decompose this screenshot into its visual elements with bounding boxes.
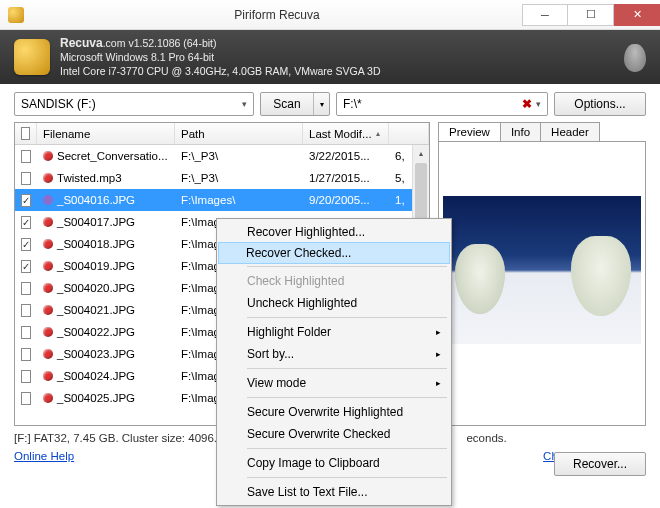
filename-cell: _S004023.JPG	[57, 348, 135, 360]
table-row[interactable]: ✓_S004016.JPGF:\Images\9/20/2005...1,	[15, 189, 429, 211]
row-checkbox[interactable]	[21, 150, 31, 163]
online-help-link[interactable]: Online Help	[14, 450, 74, 462]
minimize-button[interactable]: ─	[522, 4, 568, 26]
scroll-up-icon[interactable]: ▴	[413, 145, 429, 162]
droplet-icon	[624, 44, 646, 72]
path-cell: F:\Images\	[175, 194, 303, 206]
row-checkbox[interactable]	[21, 392, 31, 405]
maximize-button[interactable]: ☐	[568, 4, 614, 26]
status-dot-icon	[43, 371, 53, 381]
row-checkbox[interactable]: ✓	[21, 216, 31, 229]
drive-select[interactable]: SANDISK (F:) ▾	[14, 92, 254, 116]
row-checkbox[interactable]	[21, 370, 31, 383]
status-dot-icon	[43, 349, 53, 359]
row-checkbox[interactable]	[21, 304, 31, 317]
status-dot-icon	[43, 173, 53, 183]
filename-cell: _S004024.JPG	[57, 370, 135, 382]
submenu-arrow-icon: ▸	[436, 349, 441, 359]
modified-cell: 1/27/2015...	[303, 172, 389, 184]
recuva-logo-icon	[14, 39, 50, 75]
toolbar: SANDISK (F:) ▾ Scan ▾ F:\* ✖ ▾ Options..…	[0, 84, 660, 122]
row-checkbox[interactable]	[21, 348, 31, 361]
submenu-arrow-icon: ▸	[436, 327, 441, 337]
row-checkbox[interactable]	[21, 172, 31, 185]
path-filter-input[interactable]: F:\* ✖ ▾	[336, 92, 548, 116]
column-modified[interactable]: Last Modif...▴	[303, 123, 389, 144]
drive-value: SANDISK (F:)	[21, 97, 96, 111]
chevron-down-icon: ▾	[242, 99, 247, 109]
tab-preview[interactable]: Preview	[438, 122, 501, 141]
titlebar: Piriform Recuva ─ ☐ ✕	[0, 0, 660, 30]
select-all-checkbox[interactable]	[21, 127, 30, 140]
status-dot-icon	[43, 217, 53, 227]
version-label: v1.52.1086 (64-bit)	[128, 37, 216, 49]
filename-cell: _S004019.JPG	[57, 260, 135, 272]
filename-cell: Secret_Conversatio...	[57, 150, 168, 162]
clear-icon[interactable]: ✖	[522, 97, 532, 111]
menu-save-list[interactable]: Save List to Text File...	[219, 481, 449, 503]
filename-cell: _S004018.JPG	[57, 238, 135, 250]
status-dot-icon	[43, 195, 53, 205]
status-dot-icon	[43, 393, 53, 403]
table-row[interactable]: Twisted.mp3F:\_P3\1/27/2015...5,	[15, 167, 429, 189]
scan-dropdown-icon[interactable]: ▾	[313, 93, 329, 115]
brand-name: Recuva	[60, 36, 103, 50]
filename-cell: _S004016.JPG	[57, 194, 135, 206]
app-header: Recuva.com v1.52.1086 (64-bit) Microsoft…	[0, 30, 660, 84]
row-checkbox[interactable]: ✓	[21, 260, 31, 273]
close-button[interactable]: ✕	[614, 4, 660, 26]
menu-highlight-folder[interactable]: Highlight Folder▸	[219, 321, 449, 343]
row-checkbox[interactable]	[21, 282, 31, 295]
filename-cell: _S004022.JPG	[57, 326, 135, 338]
menu-sort-by[interactable]: Sort by...▸	[219, 343, 449, 365]
menu-recover-checked[interactable]: Recover Checked...	[218, 242, 450, 264]
preview-image	[443, 196, 641, 344]
status-dot-icon	[43, 261, 53, 271]
hw-label: Intel Core i7-3770 CPU @ 3.40GHz, 4.0GB …	[60, 65, 381, 78]
menu-check-highlighted[interactable]: Check Highlighted	[219, 270, 449, 292]
sort-asc-icon: ▴	[376, 129, 380, 138]
column-filename[interactable]: Filename	[37, 123, 175, 144]
table-row[interactable]: Secret_Conversatio...F:\_P3\3/22/2015...…	[15, 145, 429, 167]
context-menu: Recover Highlighted... Recover Checked..…	[216, 218, 452, 506]
tab-info[interactable]: Info	[500, 122, 541, 141]
menu-uncheck-highlighted[interactable]: Uncheck Highlighted	[219, 292, 449, 314]
app-icon	[8, 7, 24, 23]
status-dot-icon	[43, 283, 53, 293]
tab-header[interactable]: Header	[540, 122, 600, 141]
menu-copy-image[interactable]: Copy Image to Clipboard	[219, 452, 449, 474]
preview-pane	[438, 141, 646, 426]
status-dot-icon	[43, 327, 53, 337]
status-dot-icon	[43, 305, 53, 315]
filename-cell: _S004021.JPG	[57, 304, 135, 316]
list-header: Filename Path Last Modif...▴	[15, 123, 429, 145]
filename-cell: _S004025.JPG	[57, 392, 135, 404]
filename-cell: _S004017.JPG	[57, 216, 135, 228]
menu-secure-overwrite-highlighted[interactable]: Secure Overwrite Highlighted	[219, 401, 449, 423]
status-dot-icon	[43, 151, 53, 161]
status-dot-icon	[43, 239, 53, 249]
scan-button[interactable]: Scan ▾	[260, 92, 330, 116]
row-checkbox[interactable]	[21, 326, 31, 339]
modified-cell: 9/20/2005...	[303, 194, 389, 206]
options-button[interactable]: Options...	[554, 92, 646, 116]
filename-cell: _S004020.JPG	[57, 282, 135, 294]
menu-view-mode[interactable]: View mode▸	[219, 372, 449, 394]
window-title: Piriform Recuva	[32, 8, 522, 22]
path-cell: F:\_P3\	[175, 150, 303, 162]
submenu-arrow-icon: ▸	[436, 378, 441, 388]
chevron-down-icon: ▾	[536, 99, 541, 109]
menu-recover-highlighted[interactable]: Recover Highlighted...	[219, 221, 449, 243]
recover-button[interactable]: Recover...	[554, 452, 646, 476]
modified-cell: 3/22/2015...	[303, 150, 389, 162]
filename-cell: Twisted.mp3	[57, 172, 122, 184]
os-label: Microsoft Windows 8.1 Pro 64-bit	[60, 51, 381, 64]
path-cell: F:\_P3\	[175, 172, 303, 184]
row-checkbox[interactable]: ✓	[21, 238, 31, 251]
row-checkbox[interactable]: ✓	[21, 194, 31, 207]
menu-secure-overwrite-checked[interactable]: Secure Overwrite Checked	[219, 423, 449, 445]
path-value: F:\*	[343, 97, 362, 111]
preview-tabs: Preview Info Header	[438, 122, 646, 141]
column-path[interactable]: Path	[175, 123, 303, 144]
